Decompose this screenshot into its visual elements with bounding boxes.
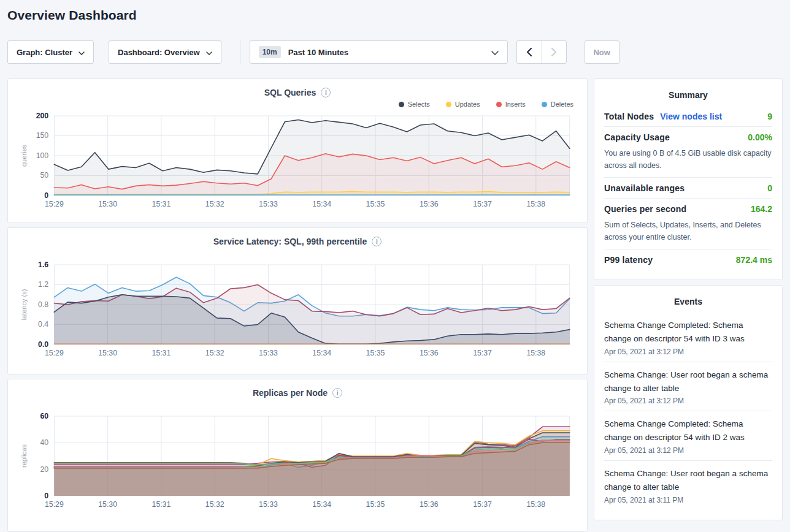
svg-text:100: 100 [36, 151, 49, 160]
overview-dashboard-page: Overview Dashboard Graph: Cluster Dashbo… [0, 0, 790, 532]
graph-dropdown[interactable]: Graph: Cluster [7, 40, 94, 64]
info-icon[interactable]: i [321, 88, 331, 97]
charts-column: SQL Queries i Selects Updates Inserts [7, 78, 588, 532]
svg-text:15:37: 15:37 [473, 349, 492, 357]
sql-queries-chart[interactable]: 05010015020015:2915:3015:3115:3215:3315:… [19, 111, 576, 211]
svg-text:15:33: 15:33 [259, 500, 278, 509]
chart-title: Replicas per Node [253, 388, 328, 398]
now-button[interactable]: Now [585, 40, 619, 64]
dashboard-dropdown[interactable]: Dashboard: Overview [109, 40, 221, 64]
queries-per-second-label: Queries per second [604, 204, 686, 214]
chevron-down-icon [491, 48, 499, 57]
dashboard-dropdown-label: Dashboard: Overview [118, 48, 200, 57]
prev-range-button[interactable] [517, 41, 542, 63]
main-content: SQL Queries i Selects Updates Inserts [7, 78, 783, 532]
svg-text:latency (s): latency (s) [20, 289, 28, 320]
chart-legend: Selects Updates Inserts Deletes [19, 97, 576, 111]
time-step-buttons [516, 40, 567, 64]
info-icon[interactable]: i [372, 237, 382, 246]
capacity-usage-desc: You are using 0 B of 4.5 GiB usable disk… [604, 147, 772, 177]
sql-queries-panel: SQL Queries i Selects Updates Inserts [7, 78, 588, 223]
unavailable-ranges-label: Unavailable ranges [604, 183, 685, 193]
capacity-usage-value: 0.00% [748, 132, 772, 142]
svg-text:60: 60 [40, 412, 49, 420]
p99-latency-value: 872.4 ms [736, 255, 772, 265]
events-title: Events [604, 294, 772, 313]
time-range-badge: 10m [259, 46, 281, 58]
svg-text:15:31: 15:31 [152, 349, 171, 357]
replicas-per-node-panel: Replicas per Node i 020406015:2915:3015:… [7, 379, 588, 532]
time-range-label: Past 10 Minutes [288, 48, 348, 57]
total-nodes-value: 9 [767, 112, 772, 121]
svg-text:15:35: 15:35 [366, 500, 385, 509]
unavailable-ranges-row: Unavailable ranges 0 [604, 178, 772, 198]
svg-text:0: 0 [44, 191, 48, 200]
page-title: Overview Dashboard [7, 0, 783, 23]
svg-text:15:29: 15:29 [45, 200, 64, 208]
total-nodes-row: Total Nodes View nodes list 9 [604, 106, 772, 126]
legend-item-deletes: Deletes [542, 101, 573, 108]
chevron-down-icon [206, 48, 212, 57]
deletes-dot-icon [542, 102, 547, 107]
svg-text:15:35: 15:35 [366, 349, 385, 357]
total-nodes-label: Total Nodes [604, 112, 654, 121]
svg-text:150: 150 [36, 132, 49, 140]
svg-text:15:32: 15:32 [205, 500, 224, 509]
p99-latency-row: P99 latency 872.4 ms [604, 249, 772, 270]
svg-text:15:34: 15:34 [312, 200, 331, 208]
svg-text:15:29: 15:29 [45, 349, 64, 357]
legend-item-selects: Selects [399, 101, 430, 108]
svg-text:15:38: 15:38 [526, 500, 545, 509]
event-item: Schema Change Completed: Schema change o… [604, 411, 772, 460]
p99-latency-label: P99 latency [604, 255, 653, 265]
svg-text:15:33: 15:33 [259, 200, 278, 208]
legend-item-inserts: Inserts [496, 101, 526, 108]
svg-text:40: 40 [40, 438, 49, 447]
graph-dropdown-label: Graph: Cluster [17, 48, 72, 57]
svg-text:15:31: 15:31 [152, 500, 171, 509]
svg-text:queries: queries [20, 145, 28, 167]
next-range-button[interactable] [542, 41, 566, 63]
svg-text:15:38: 15:38 [526, 349, 545, 357]
svg-text:0.4: 0.4 [38, 321, 48, 329]
svg-text:15:36: 15:36 [420, 500, 439, 509]
queries-per-second-desc: Sum of Selects, Updates, Inserts, and De… [604, 219, 772, 249]
chevron-down-icon [79, 48, 85, 57]
legend-item-updates: Updates [446, 101, 480, 108]
time-range-picker[interactable]: 10m Past 10 Minutes [250, 40, 508, 64]
event-item: Schema Change Completed: Schema change o… [604, 313, 772, 362]
svg-text:15:32: 15:32 [205, 349, 224, 357]
svg-text:15:34: 15:34 [312, 349, 331, 357]
replicas-per-node-chart[interactable]: 020406015:2915:3015:3115:3215:3315:3415:… [19, 411, 576, 512]
inserts-dot-icon [496, 102, 502, 107]
svg-text:1.6: 1.6 [38, 260, 48, 269]
event-item: Schema Change: User root began a schema … [604, 362, 772, 411]
sidebar: Summary Total Nodes View nodes list 9 Ca… [594, 78, 783, 525]
svg-text:15:31: 15:31 [152, 200, 171, 208]
info-icon[interactable]: i [332, 388, 342, 398]
toolbar: Graph: Cluster Dashboard: Overview 10m P… [7, 40, 783, 64]
svg-text:replicas: replicas [20, 444, 28, 468]
service-latency-chart[interactable]: 0.00.40.81.21.615:2915:3015:3115:3215:33… [19, 260, 576, 360]
event-item: Schema Change: User root began a schema … [604, 461, 772, 510]
updates-dot-icon [446, 102, 451, 107]
svg-text:15:36: 15:36 [420, 349, 439, 357]
svg-text:15:37: 15:37 [473, 500, 492, 509]
selects-dot-icon [399, 102, 404, 107]
chart-title: Service Latency: SQL, 99th percentile [213, 237, 367, 246]
svg-text:15:38: 15:38 [526, 200, 545, 208]
svg-text:50: 50 [40, 172, 49, 180]
svg-text:0.8: 0.8 [38, 300, 48, 309]
svg-text:15:29: 15:29 [45, 500, 64, 509]
svg-text:15:34: 15:34 [312, 500, 331, 509]
svg-text:20: 20 [40, 465, 49, 474]
svg-text:0.0: 0.0 [38, 340, 48, 349]
toolbar-divider [240, 40, 240, 64]
svg-text:1.2: 1.2 [38, 281, 48, 289]
svg-text:15:37: 15:37 [473, 200, 492, 208]
events-panel: Events Schema Change Completed: Schema c… [594, 285, 783, 520]
capacity-usage-label: Capacity Usage [604, 132, 670, 142]
svg-text:15:36: 15:36 [420, 200, 439, 208]
view-nodes-list-link[interactable]: View nodes list [660, 112, 722, 121]
svg-text:0: 0 [44, 492, 48, 500]
